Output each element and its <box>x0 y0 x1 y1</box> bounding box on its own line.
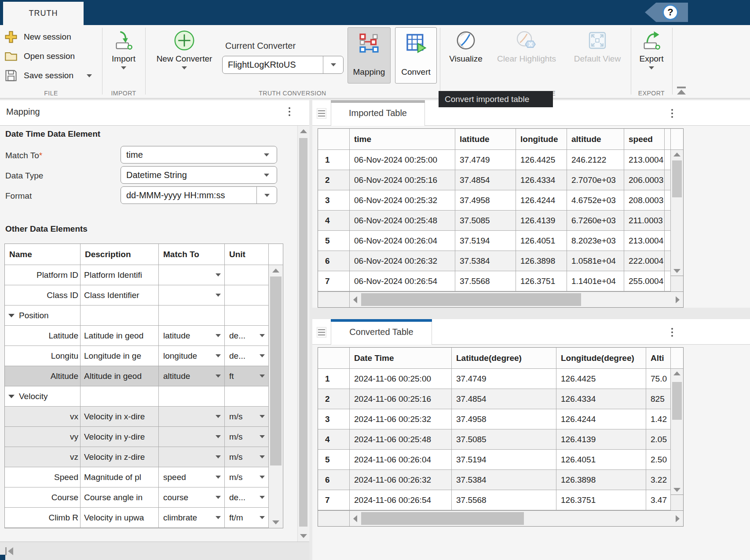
table-cell[interactable]: 37.5384 <box>455 251 516 271</box>
scroll-left-icon[interactable] <box>353 296 357 303</box>
row-description-cell[interactable]: Longitude in ge <box>80 346 159 366</box>
column-header[interactable]: Date Time <box>350 348 452 369</box>
unit-cell-dropdown[interactable]: m/s <box>225 467 269 487</box>
table-cell[interactable]: 06-Nov-2024 00:26:04 <box>350 231 455 251</box>
table-cell[interactable]: 2024-11-06 00:25:16 <box>350 389 452 409</box>
row-number[interactable]: 4 <box>318 429 350 450</box>
row-name-cell[interactable]: Altitude <box>5 366 80 386</box>
table-horizontal-scrollbar[interactable] <box>318 510 683 526</box>
table-cell[interactable]: 126.4334 <box>516 170 567 190</box>
match-to-cell-dropdown[interactable] <box>159 265 225 285</box>
row-name-cell[interactable]: Climb R <box>5 508 80 528</box>
table-cell[interactable]: 2.7070e+03 <box>567 170 624 190</box>
scrollbar-thumb[interactable] <box>299 138 307 527</box>
current-converter-dropdown[interactable]: FlightLogKRtoUS <box>222 56 344 74</box>
table-cell[interactable]: 213.0004 <box>624 231 665 251</box>
row-description-cell[interactable]: Course angle in <box>80 487 159 508</box>
row-number[interactable]: 7 <box>318 490 350 510</box>
table-cell[interactable]: 75.0 <box>646 369 671 389</box>
table-cell[interactable]: 37.4749 <box>452 369 556 389</box>
row-name-cell[interactable]: Platform ID <box>5 265 80 285</box>
new-converter-button[interactable]: New Converter <box>152 29 217 69</box>
scrollbar-thumb[interactable] <box>672 160 682 197</box>
table-cell[interactable]: 126.4051 <box>556 450 646 470</box>
spacer-cell[interactable] <box>665 271 671 291</box>
spacer-cell[interactable] <box>665 170 671 190</box>
table-cell[interactable]: 2024-11-06 00:25:32 <box>350 409 452 429</box>
export-button[interactable]: Export <box>635 30 668 69</box>
collapse-arrow-icon[interactable] <box>8 395 15 398</box>
table-cell[interactable]: 126.3751 <box>556 490 646 510</box>
chevron-down-icon[interactable] <box>260 455 265 458</box>
match-to-cell-dropdown[interactable]: speed <box>159 467 225 487</box>
spacer-cell[interactable] <box>665 231 671 251</box>
scroll-up-icon[interactable] <box>272 269 279 273</box>
panel-menu-icon[interactable] <box>671 328 673 337</box>
table-cell[interactable]: 06-Nov-2024 00:25:48 <box>350 211 455 231</box>
tab-converted-table[interactable]: Converted Table <box>331 319 432 345</box>
row-number[interactable]: 6 <box>318 470 350 490</box>
table-cell[interactable] <box>225 305 269 326</box>
column-header[interactable]: time <box>350 129 455 150</box>
scroll-up-icon[interactable] <box>300 129 307 133</box>
scroll-down-icon[interactable] <box>300 534 307 538</box>
table-horizontal-scrollbar[interactable] <box>318 291 683 307</box>
group-row-name[interactable]: Velocity <box>5 386 80 407</box>
table-cell[interactable]: 37.5384 <box>452 470 556 490</box>
column-header[interactable]: Description <box>80 244 159 265</box>
chevron-down-icon[interactable] <box>216 496 221 499</box>
row-description-cell[interactable]: Platform Identifi <box>80 265 159 285</box>
chevron-down-icon[interactable] <box>260 496 265 499</box>
table-cell[interactable]: 126.3751 <box>516 271 567 291</box>
table-cell[interactable] <box>80 386 159 407</box>
match-to-cell-dropdown[interactable]: longitude <box>159 346 225 366</box>
chevron-down-icon[interactable] <box>260 435 265 438</box>
row-name-cell[interactable]: Longitu <box>5 346 80 366</box>
visualize-button[interactable]: Visualize <box>445 30 487 64</box>
chevron-down-icon[interactable] <box>260 415 265 418</box>
chevron-down-icon[interactable] <box>649 66 654 69</box>
column-header[interactable]: longitude <box>516 129 567 150</box>
table-cell[interactable]: 126.4051 <box>516 231 567 251</box>
collapse-arrow-icon[interactable] <box>8 314 15 317</box>
row-name-cell[interactable]: vy <box>5 427 80 447</box>
import-button[interactable]: Import <box>107 30 140 69</box>
chevron-down-icon[interactable] <box>216 273 221 276</box>
spacer-cell[interactable] <box>665 150 671 170</box>
table-cell[interactable]: 8.2023e+03 <box>567 231 624 251</box>
match-to-cell-dropdown[interactable] <box>159 285 225 305</box>
table-cell[interactable]: 37.5568 <box>455 271 516 291</box>
table-cell[interactable]: 126.4425 <box>556 369 646 389</box>
row-number[interactable]: 5 <box>318 450 350 470</box>
default-view-button[interactable]: Default View <box>566 30 629 64</box>
open-session-button[interactable]: Open session <box>4 49 75 64</box>
chevron-down-icon[interactable] <box>216 334 221 337</box>
table-cell[interactable]: 06-Nov-2024 00:26:54 <box>350 271 455 291</box>
table-cell[interactable]: 37.5085 <box>452 429 556 450</box>
row-number[interactable]: 7 <box>318 271 350 291</box>
unit-cell-dropdown[interactable]: m/s <box>225 407 269 427</box>
help-button[interactable]: ? <box>645 3 688 22</box>
drag-handle-icon[interactable] <box>317 327 326 338</box>
row-name-cell[interactable]: vz <box>5 447 80 467</box>
table-cell[interactable]: 37.4749 <box>455 150 516 170</box>
row-number[interactable]: 3 <box>318 409 350 429</box>
collapse-ribbon-icon[interactable] <box>675 86 688 95</box>
row-number[interactable]: 5 <box>318 231 350 251</box>
scroll-down-icon[interactable] <box>673 488 680 492</box>
chevron-down-icon[interactable] <box>216 476 221 479</box>
row-number[interactable]: 2 <box>318 170 350 190</box>
table-cell[interactable]: 2024-11-06 00:26:54 <box>350 490 452 510</box>
column-header[interactable]: Name <box>5 244 80 265</box>
table-vertical-scrollbar[interactable] <box>671 348 683 510</box>
unit-cell-dropdown[interactable] <box>225 285 269 305</box>
data-type-dropdown[interactable]: Datetime String <box>121 166 277 184</box>
table-cell[interactable]: 213.0004 <box>624 150 665 170</box>
match-to-cell-dropdown[interactable] <box>159 447 225 467</box>
match-to-dropdown[interactable]: time <box>121 146 277 164</box>
mapping-panel-scrollbar[interactable] <box>297 126 309 542</box>
mapping-button[interactable]: Mapping <box>348 27 391 84</box>
scroll-right-icon[interactable] <box>676 296 680 303</box>
match-to-cell-dropdown[interactable] <box>159 407 225 427</box>
chevron-down-icon[interactable] <box>216 294 221 297</box>
